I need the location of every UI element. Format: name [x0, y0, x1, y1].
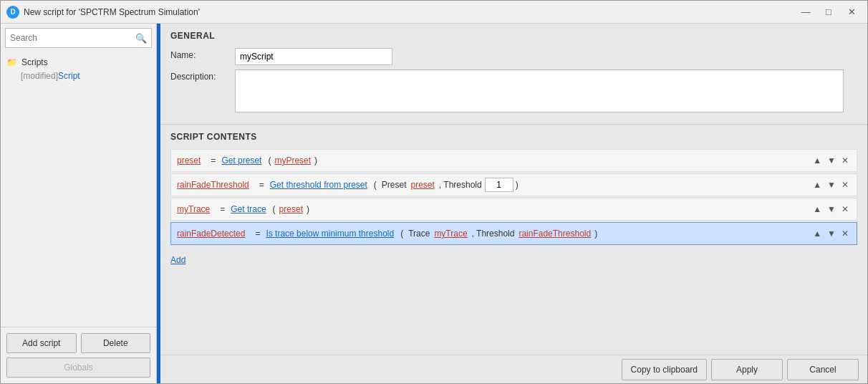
close-button[interactable]: ✕: [842, 4, 862, 20]
bottom-bar: Copy to clipboard Apply Cancel: [160, 355, 867, 383]
row3-up-button[interactable]: ▲: [811, 205, 824, 213]
row2-up-button[interactable]: ▲: [811, 181, 824, 189]
script-row-1: preset = Get preset ( myPreset ) ▲ ▼ ✕: [170, 149, 857, 172]
app-icon: D: [6, 6, 19, 19]
scripts-label: Scripts: [21, 57, 48, 67]
script-func-get-trace[interactable]: Get trace: [231, 204, 266, 214]
globals-button[interactable]: Globals: [6, 357, 150, 378]
window-controls: — □ ✕: [796, 4, 862, 20]
copy-to-clipboard-button[interactable]: Copy to clipboard: [622, 359, 707, 380]
close-paren-2: ): [516, 180, 519, 190]
row1-controls: ▲ ▼ ✕: [811, 156, 851, 165]
search-input[interactable]: [10, 33, 135, 43]
minimize-button[interactable]: —: [796, 4, 816, 20]
script-func-is-trace-below[interactable]: Is trace below minimum threshold: [266, 229, 394, 239]
modified-label: [modified]: [21, 71, 58, 81]
row1-up-button[interactable]: ▲: [811, 156, 824, 165]
param-label-threshold: , Threshold: [439, 180, 482, 190]
row3-down-button[interactable]: ▼: [825, 205, 838, 213]
folder-icon: 📁: [6, 57, 17, 67]
delete-button[interactable]: Delete: [81, 333, 151, 353]
script-var-rainfadethreshold[interactable]: rainFadeThreshold: [177, 180, 249, 190]
script-func-get-preset[interactable]: Get preset: [221, 155, 261, 165]
threshold-input[interactable]: [485, 178, 513, 192]
general-section-title: GENERAL: [170, 31, 857, 41]
sidebar-bottom: Add script Delete Globals: [1, 327, 156, 383]
apply-button[interactable]: Apply: [711, 359, 783, 380]
row2-down-button[interactable]: ▼: [825, 181, 838, 189]
open-paren-2: (: [374, 180, 377, 190]
sidebar-action-row: Add script Delete: [6, 333, 150, 353]
search-box: 🔍: [5, 28, 152, 48]
sidebar-item-scripts[interactable]: 📁 Scripts: [1, 55, 156, 69]
add-script-button[interactable]: Add script: [6, 333, 77, 353]
row1-down-button[interactable]: ▼: [825, 156, 838, 165]
title-bar: D New script for 'SPCTRM Spectrum Simula…: [1, 1, 867, 24]
description-row: Description:: [170, 69, 857, 112]
script-contents-section: SCRIPT CONTENTS preset = Get preset ( my…: [160, 125, 867, 355]
row4-down-button[interactable]: ▼: [825, 229, 838, 238]
name-input[interactable]: [235, 48, 392, 65]
open-paren-3: (: [273, 204, 276, 214]
window-title: New script for 'SPCTRM Spectrum Simulati…: [24, 7, 796, 17]
row4-up-button[interactable]: ▲: [811, 229, 824, 238]
param-label-threshold-2: , Threshold: [472, 229, 515, 239]
name-row: Name:: [170, 48, 857, 65]
description-textarea[interactable]: [235, 69, 844, 112]
row2-controls: ▲ ▼ ✕: [811, 181, 851, 189]
name-label: Name:: [170, 48, 235, 60]
row1-delete-button[interactable]: ✕: [839, 156, 851, 165]
script-equals-2: =: [259, 180, 264, 190]
script-var-mytrace[interactable]: myTrace: [177, 204, 210, 214]
param-label-preset: Preset: [382, 180, 407, 190]
script-func-get-threshold[interactable]: Get threshold from preset: [270, 180, 367, 190]
script-equals-1: =: [211, 155, 216, 165]
script-equals-3: =: [220, 204, 225, 214]
sidebar-tree: 📁 Scripts [modified] Script: [1, 52, 156, 327]
close-paren-4: ): [594, 229, 597, 239]
open-paren-4: (: [400, 229, 403, 239]
open-paren-1: (: [268, 155, 271, 165]
row4-controls: ▲ ▼ ✕: [811, 229, 851, 238]
maximize-button[interactable]: □: [819, 4, 839, 20]
close-paren-3: ): [307, 204, 309, 214]
script-row-2: rainFadeThreshold = Get threshold from p…: [170, 173, 857, 196]
search-icon: 🔍: [135, 33, 147, 44]
close-paren-1: ): [314, 155, 317, 165]
row2-delete-button[interactable]: ✕: [839, 181, 851, 189]
script-row-3: myTrace = Get trace ( preset ) ▲ ▼ ✕: [170, 198, 857, 221]
script-contents-title: SCRIPT CONTENTS: [170, 132, 857, 142]
script-label: Script: [58, 71, 80, 81]
row4-delete-button[interactable]: ✕: [839, 229, 851, 238]
cancel-button[interactable]: Cancel: [787, 359, 859, 380]
script-equals-4: =: [255, 229, 260, 239]
sidebar-item-modified-script[interactable]: [modified] Script: [1, 69, 156, 82]
script-param-mytrace[interactable]: myTrace: [434, 229, 467, 239]
row3-controls: ▲ ▼ ✕: [811, 205, 851, 213]
script-var-rainfadedetected[interactable]: rainFadeDetected: [177, 229, 245, 239]
main-window: D New script for 'SPCTRM Spectrum Simula…: [0, 0, 868, 384]
general-section: GENERAL Name: Description:: [160, 24, 867, 125]
right-panel: GENERAL Name: Description: SCRIPT CONTEN…: [160, 24, 867, 383]
script-param-preset[interactable]: preset: [411, 180, 435, 190]
main-content: 🔍 📁 Scripts [modified] Script Add script…: [1, 24, 867, 383]
script-row-4: rainFadeDetected = Is trace below minimu…: [170, 222, 857, 245]
script-var-preset[interactable]: preset: [177, 155, 201, 165]
add-link[interactable]: Add: [170, 255, 185, 265]
row3-delete-button[interactable]: ✕: [839, 205, 851, 213]
script-param-preset-trace[interactable]: preset: [279, 204, 303, 214]
script-param-mypreset[interactable]: myPreset: [274, 155, 311, 165]
script-param-rainfadethreshold[interactable]: rainFadeThreshold: [519, 229, 591, 239]
sidebar: 🔍 📁 Scripts [modified] Script Add script…: [1, 24, 157, 383]
description-label: Description:: [170, 69, 235, 82]
param-label-trace: Trace: [408, 229, 430, 239]
